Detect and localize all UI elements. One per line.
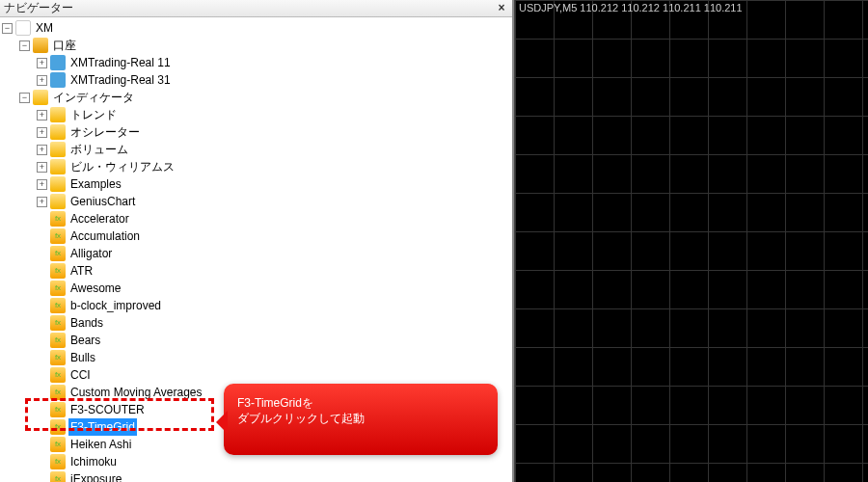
- tree-label: Accumulation: [68, 228, 142, 245]
- tree-folder[interactable]: +ボリューム: [2, 141, 512, 158]
- expand-icon[interactable]: +: [37, 75, 47, 86]
- indicator-icon: [50, 281, 66, 296]
- folder-icon: [50, 124, 66, 140]
- tree-label: iExposure: [68, 470, 123, 482]
- server-icon: [50, 72, 66, 88]
- tree-folder[interactable]: +Examples: [2, 175, 512, 193]
- callout-line: F3-TimeGridを: [237, 395, 484, 411]
- tree-label: Alligator: [68, 245, 114, 262]
- tree-folder[interactable]: +トレンド: [2, 106, 512, 123]
- indicator-icon: [50, 315, 66, 331]
- indicator-icon: [50, 263, 66, 279]
- indicator-icon: [50, 367, 66, 383]
- chart-title: USDJPY,M5 110.212 110.212 110.211 110.21…: [519, 2, 743, 13]
- collapse-icon[interactable]: −: [19, 93, 30, 103]
- tree-indicator[interactable]: Accelerator: [2, 210, 512, 228]
- tree-indicators[interactable]: − インディケータ: [2, 89, 512, 106]
- spacer: [37, 214, 47, 225]
- tree-indicator[interactable]: CCI: [2, 366, 512, 384]
- tree-indicator[interactable]: Bulls: [2, 349, 512, 366]
- tree-indicator[interactable]: Awesome: [2, 280, 512, 297]
- indicator-icon: [50, 333, 66, 348]
- xm-icon: [15, 20, 31, 36]
- close-icon[interactable]: ×: [495, 2, 508, 15]
- spacer: [37, 283, 47, 294]
- folder-icon: [33, 90, 48, 105]
- folder-icon: [50, 194, 66, 209]
- tree-indicator[interactable]: Bands: [2, 314, 512, 332]
- tree-label: CCI: [68, 366, 93, 384]
- collapse-icon[interactable]: −: [2, 23, 13, 34]
- indicator-icon: [50, 228, 66, 244]
- indicator-icon: [50, 298, 66, 313]
- tree-label: XMTrading-Real 31: [68, 71, 173, 89]
- tree-label: F3-SCOUTER: [68, 401, 147, 418]
- expand-icon[interactable]: +: [37, 162, 47, 173]
- spacer: [37, 301, 47, 311]
- indicator-icon: [50, 454, 66, 469]
- navigator-title: ナビゲーター: [4, 0, 495, 16]
- tree-label: Examples: [68, 175, 123, 193]
- collapse-icon[interactable]: −: [19, 40, 30, 51]
- tree-label: XMTrading-Real 11: [68, 54, 173, 71]
- tree-account[interactable]: − 口座: [2, 37, 512, 54]
- tree-folder[interactable]: +ビル・ウィリアムス: [2, 158, 512, 175]
- account-icon: [33, 38, 48, 53]
- folder-icon: [50, 142, 66, 157]
- chart-grid: [515, 0, 868, 482]
- indicator-icon: [50, 385, 66, 400]
- tree-label: b-clock_improved: [68, 297, 163, 314]
- indicator-icon: [50, 402, 66, 417]
- indicator-icon: [50, 211, 66, 227]
- tree-folder[interactable]: +GeniusChart: [2, 193, 512, 210]
- spacer: [37, 474, 47, 483]
- tree-label: ビル・ウィリアムス: [68, 158, 176, 175]
- tree-label: Awesome: [68, 280, 122, 297]
- tree-indicator[interactable]: Accumulation: [2, 228, 512, 245]
- spacer: [37, 266, 47, 277]
- spacer: [37, 231, 47, 242]
- tree-indicator[interactable]: ATR: [2, 262, 512, 280]
- spacer: [37, 335, 47, 346]
- folder-icon: [50, 159, 66, 174]
- tree-server[interactable]: + XMTrading-Real 31: [2, 71, 512, 89]
- indicator-icon: [50, 419, 66, 435]
- navigator-panel: ナビゲーター × − XM − 口座 + XMTrading-Real 11: [0, 0, 514, 482]
- tree-label: ATR: [68, 262, 95, 280]
- tree-root-xm[interactable]: − XM: [2, 19, 512, 37]
- tree-label: Custom Moving Averages: [68, 384, 204, 401]
- tree-indicator[interactable]: iExposure: [2, 470, 512, 482]
- annotation-callout: F3-TimeGridを ダブルクリックして起動: [224, 384, 498, 455]
- tree-folder[interactable]: +オシレーター: [2, 123, 512, 141]
- expand-icon[interactable]: +: [37, 110, 47, 120]
- spacer: [37, 457, 47, 468]
- tree-label: Ichimoku: [68, 453, 119, 470]
- tree-label: Accelerator: [68, 210, 131, 228]
- expand-icon[interactable]: +: [37, 145, 47, 155]
- tree-label: Bears: [68, 332, 102, 349]
- tree-server[interactable]: + XMTrading-Real 11: [2, 54, 512, 71]
- folder-icon: [50, 176, 66, 192]
- tree-indicator[interactable]: Alligator: [2, 245, 512, 262]
- spacer: [37, 405, 47, 415]
- navigator-tree: − XM − 口座 + XMTrading-Real 11 + XMTradin…: [0, 17, 512, 482]
- expand-icon[interactable]: +: [37, 127, 47, 138]
- folder-icon: [50, 107, 66, 122]
- tree-indicator[interactable]: Bears: [2, 332, 512, 349]
- tree-indicator[interactable]: Ichimoku: [2, 453, 512, 470]
- tree-label: GeniusChart: [68, 193, 137, 210]
- indicator-icon: [50, 246, 66, 261]
- spacer: [37, 388, 47, 398]
- expand-icon[interactable]: +: [37, 179, 47, 190]
- chart-panel[interactable]: USDJPY,M5 110.212 110.212 110.211 110.21…: [514, 0, 868, 482]
- tree-label: XM: [34, 19, 55, 37]
- expand-icon[interactable]: +: [37, 197, 47, 207]
- callout-line: ダブルクリックして起動: [237, 411, 484, 426]
- navigator-titlebar: ナビゲーター ×: [0, 0, 512, 17]
- tree-indicator[interactable]: b-clock_improved: [2, 297, 512, 314]
- tree-label: Bulls: [68, 349, 97, 366]
- spacer: [37, 353, 47, 363]
- indicator-icon: [50, 437, 66, 452]
- expand-icon[interactable]: +: [37, 58, 47, 68]
- tree-label: 口座: [51, 37, 78, 54]
